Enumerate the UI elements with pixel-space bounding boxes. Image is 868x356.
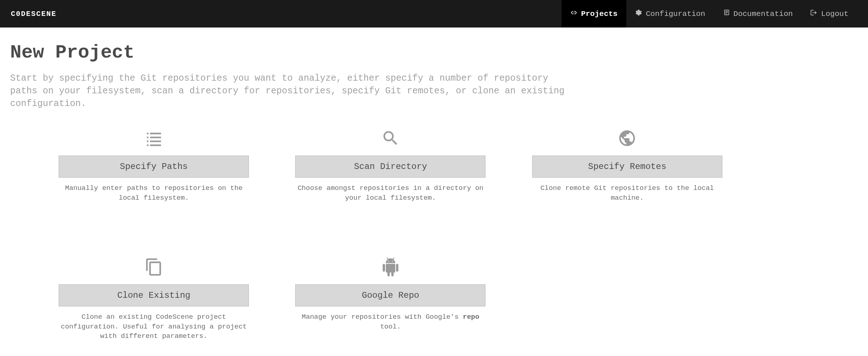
option-clone-existing: Clone Existing Clone an existing CodeSce… <box>46 257 261 341</box>
nav-configuration[interactable]: Configuration <box>626 0 714 27</box>
copy-icon <box>145 257 163 277</box>
option-scan-directory: Scan Directory Choose amongst repositori… <box>283 128 498 203</box>
logout-icon <box>810 9 817 18</box>
nav-documentation[interactable]: Documentation <box>714 0 802 27</box>
page-description: Start by specifying the Git repositories… <box>10 72 575 110</box>
main-content: New Project Start by specifying the Git … <box>0 27 868 356</box>
nav-projects[interactable]: Projects <box>562 0 626 27</box>
nav-projects-label: Projects <box>581 10 618 18</box>
globe-icon <box>618 128 637 148</box>
google-repo-description: Manage your repositories with Google's r… <box>291 312 490 331</box>
navbar: C0DESCENE Projects Configuration Documen… <box>0 0 868 27</box>
scan-directory-button[interactable]: Scan Directory <box>295 156 485 178</box>
option-specify-remotes: Specify Remotes Clone remote Git reposit… <box>520 128 735 203</box>
page-title: New Project <box>10 42 858 63</box>
specify-paths-button[interactable]: Specify Paths <box>59 156 249 178</box>
book-icon <box>723 9 730 18</box>
nav-items: Projects Configuration Documentation Log… <box>562 0 857 27</box>
list-icon <box>145 128 163 148</box>
google-repo-button[interactable]: Google Repo <box>295 284 485 306</box>
options-grid: Specify Paths Manually enter paths to re… <box>10 128 771 341</box>
nav-documentation-label: Documentation <box>734 10 793 18</box>
clone-existing-description: Clone an existing CodeScene project conf… <box>54 312 254 341</box>
option-google-repo: Google Repo Manage your repositories wit… <box>283 257 498 341</box>
specify-remotes-button[interactable]: Specify Remotes <box>532 156 722 178</box>
logo: C0DESCENE <box>11 10 57 18</box>
nav-logout[interactable]: Logout <box>801 0 857 27</box>
scan-directory-description: Choose amongst repositories in a directo… <box>291 183 490 203</box>
code-icon <box>570 9 577 18</box>
search-icon <box>381 128 400 148</box>
nav-configuration-label: Configuration <box>646 10 705 18</box>
nav-logout-label: Logout <box>821 10 848 18</box>
android-icon <box>381 257 400 277</box>
clone-existing-button[interactable]: Clone Existing <box>59 284 249 306</box>
cogs-icon <box>635 9 642 18</box>
option-specify-paths: Specify Paths Manually enter paths to re… <box>46 128 261 203</box>
specify-paths-description: Manually enter paths to repositories on … <box>54 183 254 203</box>
specify-remotes-description: Clone remote Git repositories to the loc… <box>527 183 727 203</box>
